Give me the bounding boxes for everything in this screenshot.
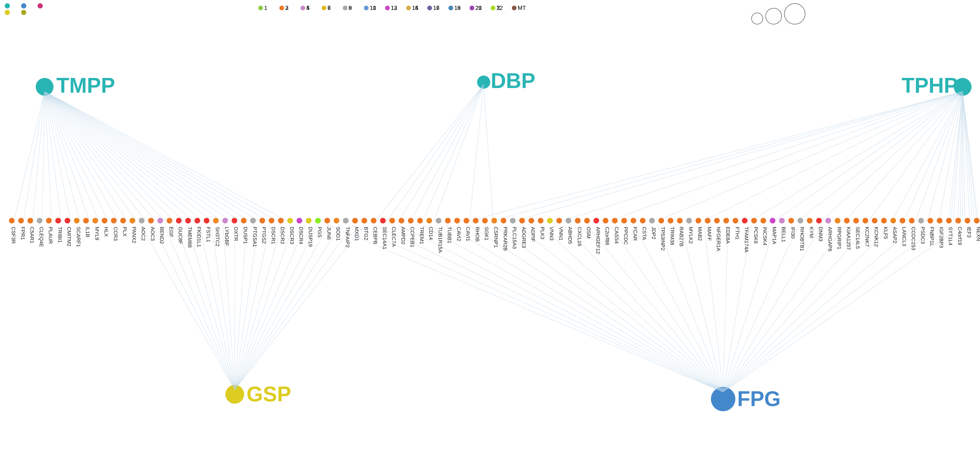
gene-dot-PTGSA1[interactable] (250, 218, 256, 224)
gene-dot-SYT1L4[interactable] (946, 218, 951, 224)
gene-dot-DSCR1[interactable] (269, 218, 274, 224)
gene-dot-DUSP1[interactable] (241, 218, 247, 224)
gene-dot-VNN1[interactable] (557, 218, 562, 224)
gene-dot-NFGER1A[interactable] (714, 218, 720, 224)
gene-dot-LANCL3[interactable] (900, 218, 905, 224)
gene-dot-RAB27B[interactable] (677, 218, 682, 224)
gene-dot-BEND2[interactable] (157, 218, 163, 224)
gene-dot-IGF2BP3[interactable] (937, 218, 942, 224)
gene-dot-PLK3[interactable] (538, 218, 544, 224)
gene-dot-SOD1[interactable] (334, 218, 339, 224)
gene-dot-TUBB1[interactable] (445, 218, 450, 224)
gene-dot-VNN3[interactable] (547, 218, 553, 224)
gene-dot-EDE8A[interactable] (723, 218, 729, 224)
gene-dot-CD14[interactable] (426, 218, 432, 224)
gene-dot-C4orf19[interactable] (955, 218, 961, 224)
gene-dot-PTGS2[interactable] (259, 218, 265, 224)
gene-dot-SEC14A1[interactable] (380, 218, 386, 224)
gene-dot-CSF3R[interactable] (9, 218, 14, 224)
gene-dot-CASS4[interactable] (612, 218, 618, 224)
gene-dot-DSCR2[interactable] (278, 218, 284, 224)
gene-dot-MAFF[interactable] (705, 218, 711, 224)
gene-dot-PANX2[interactable] (130, 218, 135, 224)
gene-dot-TNFAIP2[interactable] (343, 218, 348, 224)
gene-dot-KC2NK7[interactable] (862, 218, 868, 224)
gene-dot-IL1B[interactable] (83, 218, 89, 224)
gene-dot-PRKAR2B[interactable] (501, 218, 506, 224)
gene-dot-CCDC153[interactable] (909, 218, 915, 224)
gene-dot-BELL1[interactable] (779, 218, 785, 224)
gene-dot-JDP2[interactable] (649, 218, 655, 224)
gene-dot-PPCDC[interactable] (621, 218, 627, 224)
gene-dot-CLEQ4E[interactable] (37, 218, 43, 224)
gene-dot-PLC15A3[interactable] (510, 218, 515, 224)
gene-dot-DUSP19[interactable] (306, 218, 312, 224)
gene-dot-NEXN[interactable] (974, 218, 980, 224)
gene-dot-PSDC3[interactable] (918, 218, 924, 224)
gene-dot-FKID1L1[interactable] (194, 218, 200, 224)
gene-dot-KYM[interactable] (807, 218, 813, 224)
gene-dot-CXCL16[interactable] (575, 218, 581, 224)
gene-dot-MAB2[interactable] (695, 218, 701, 224)
gene-dot-CSRNP1[interactable] (492, 218, 497, 224)
gene-dot-TRIBI1[interactable] (56, 218, 61, 224)
gene-dot-RHOB[interactable] (473, 218, 479, 224)
gene-dot-CSTA[interactable] (640, 218, 646, 224)
gene-dot-AOC2[interactable] (139, 218, 145, 224)
gene-dot-CCPEB1[interactable] (408, 218, 414, 224)
gene-dot-FSTL1[interactable] (204, 218, 210, 224)
gene-dot-FNBP1L[interactable] (928, 218, 933, 224)
gene-dot-TUB1R15A[interactable] (436, 218, 441, 224)
gene-dot-ADPIF[interactable] (528, 218, 534, 224)
gene-dot-DNM3[interactable] (816, 218, 822, 224)
gene-dot-CMITM2[interactable] (65, 218, 70, 224)
gene-dot-PLX[interactable] (120, 218, 126, 224)
gene-dot-DSCR3[interactable] (287, 218, 293, 224)
gene-dot-ARHGAP6[interactable] (826, 218, 831, 224)
gene-dot-ARHGEF12[interactable] (593, 218, 599, 224)
gene-dot-TRIM38[interactable] (668, 218, 673, 224)
gene-dot-TP53INP2[interactable] (658, 218, 664, 224)
gene-dot-PGS[interactable] (315, 218, 321, 224)
gene-dot-LYbGBF[interactable] (222, 218, 228, 224)
gene-dot-FCAR[interactable] (631, 218, 636, 224)
gene-dot-TFAM174A[interactable] (742, 218, 748, 224)
gene-dot-SGK1[interactable] (482, 218, 488, 224)
gene-dot-JUN6[interactable] (325, 218, 330, 224)
gene-dot-AOC3[interactable] (148, 218, 154, 224)
gene-dot-MAP1A[interactable] (770, 218, 775, 224)
gene-dot-BTG2[interactable] (361, 218, 367, 224)
gene-dot-FTH1[interactable] (733, 218, 738, 224)
gene-dot-CEBPB[interactable] (371, 218, 376, 224)
gene-dot-ABHD5[interactable] (566, 218, 571, 224)
gene-dot-OSM[interactable] (584, 218, 590, 224)
gene-dot-EGF[interactable] (167, 218, 172, 224)
gene-dot-SH3TC2[interactable] (213, 218, 219, 224)
gene-dot-RHOBTB1[interactable] (797, 218, 803, 224)
gene-dot-RPGRIP1[interactable] (835, 218, 840, 224)
gene-dot-ASAP2[interactable] (890, 218, 896, 224)
gene-dot-IEF3[interactable] (964, 218, 970, 224)
gene-dot-CCR3[interactable] (111, 218, 117, 224)
gene-dot-C2orf88[interactable] (603, 218, 608, 224)
gene-dot-IFI30[interactable] (788, 218, 794, 224)
gene-dot-KIAA1257[interactable] (844, 218, 850, 224)
gene-dot-CAVI2[interactable] (454, 218, 460, 224)
gene-dot-AMPD2[interactable] (399, 218, 404, 224)
gene-dot-GUC8F[interactable] (176, 218, 181, 224)
gene-dot-SEC14L5[interactable] (853, 218, 859, 224)
gene-dot-C5AR1[interactable] (27, 218, 33, 224)
gene-dot-OXTR[interactable] (232, 218, 237, 224)
gene-dot-PCSK6[interactable] (751, 218, 757, 224)
gene-dot-FPR1[interactable] (18, 218, 24, 224)
gene-dot-ADGRE3[interactable] (519, 218, 525, 224)
gene-dot-KLF5[interactable] (881, 218, 887, 224)
gene-dot-INCSK4[interactable] (760, 218, 766, 224)
gene-dot-HLX[interactable] (102, 218, 107, 224)
gene-dot-DSCR4[interactable] (296, 218, 302, 224)
gene-dot-TREM1[interactable] (417, 218, 423, 224)
gene-dot-MYL9[interactable] (92, 218, 98, 224)
gene-dot-KCNK12[interactable] (872, 218, 877, 224)
gene-dot-PLAUR[interactable] (46, 218, 52, 224)
gene-dot-CAVI1[interactable] (463, 218, 469, 224)
